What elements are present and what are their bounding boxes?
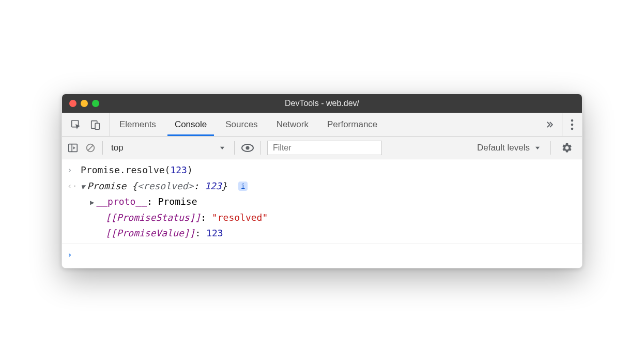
titlebar: DevTools - web.dev/ bbox=[62, 94, 582, 113]
filter-input[interactable] bbox=[267, 141, 382, 155]
svg-point-4 bbox=[571, 123, 574, 126]
console-output: › Promise.resolve(123) ‹· ▼Promise {<res… bbox=[62, 159, 582, 268]
svg-line-9 bbox=[88, 145, 93, 150]
main-toolbar: Elements Console Sources Network Perform… bbox=[62, 113, 582, 137]
console-prompt-row[interactable]: › bbox=[62, 244, 582, 262]
chevron-down-icon bbox=[534, 144, 541, 152]
devtools-window: DevTools - web.dev/ Elements Console Sou… bbox=[62, 94, 582, 268]
tab-network[interactable]: Network bbox=[267, 113, 318, 136]
svg-rect-2 bbox=[95, 123, 99, 129]
execution-context-select[interactable]: top bbox=[109, 142, 228, 154]
output-marker-icon: ‹· bbox=[67, 178, 81, 193]
svg-rect-6 bbox=[69, 144, 78, 152]
live-expression-icon[interactable] bbox=[241, 142, 254, 154]
clear-console-icon[interactable] bbox=[85, 142, 96, 154]
chevron-down-icon bbox=[219, 144, 226, 152]
promise-status-row: [[PromiseStatus]]: "resolved" bbox=[81, 210, 577, 226]
tab-elements[interactable]: Elements bbox=[110, 113, 165, 136]
toggle-sidebar-icon[interactable] bbox=[67, 142, 79, 154]
expand-arrow-down-icon[interactable]: ▼ bbox=[81, 183, 85, 191]
prompt-marker-icon: › bbox=[67, 247, 81, 262]
console-input-row[interactable]: › Promise.resolve(123) bbox=[62, 162, 582, 178]
tab-console[interactable]: Console bbox=[165, 113, 216, 136]
separator bbox=[102, 141, 103, 155]
log-levels-label: Default levels bbox=[477, 143, 530, 153]
svg-point-3 bbox=[571, 119, 574, 122]
separator bbox=[550, 141, 551, 155]
minimize-window-button[interactable] bbox=[81, 100, 88, 107]
separator bbox=[260, 141, 261, 155]
proto-row[interactable]: ▶__proto__: Promise bbox=[81, 194, 577, 210]
inspect-element-icon[interactable] bbox=[70, 119, 82, 130]
svg-point-5 bbox=[571, 127, 574, 130]
console-result: ▼Promise {<resolved>: 123} i ▶__proto__:… bbox=[81, 178, 577, 242]
panel-tabs: Elements Console Sources Network Perform… bbox=[110, 113, 537, 136]
execution-context-label: top bbox=[111, 143, 124, 153]
close-window-button[interactable] bbox=[69, 100, 76, 107]
more-tabs-button[interactable] bbox=[537, 113, 562, 136]
kebab-menu-icon[interactable] bbox=[562, 113, 582, 136]
log-levels-select[interactable]: Default levels bbox=[474, 143, 544, 153]
input-marker-icon: › bbox=[67, 162, 81, 177]
console-toolbar: top Default levels bbox=[62, 137, 582, 159]
window-controls bbox=[62, 100, 99, 107]
promise-value-row: [[PromiseValue]]: 123 bbox=[81, 225, 577, 242]
separator bbox=[234, 141, 235, 155]
window-title: DevTools - web.dev/ bbox=[62, 99, 582, 108]
device-toolbar-icon[interactable] bbox=[90, 119, 101, 130]
toolbar-icons bbox=[62, 113, 110, 136]
tab-performance[interactable]: Performance bbox=[318, 113, 387, 136]
console-input-text: Promise.resolve(123) bbox=[81, 162, 577, 178]
maximize-window-button[interactable] bbox=[92, 100, 99, 107]
info-icon[interactable]: i bbox=[238, 182, 248, 191]
settings-icon[interactable] bbox=[557, 142, 577, 154]
svg-point-11 bbox=[246, 146, 250, 149]
tab-sources[interactable]: Sources bbox=[216, 113, 267, 136]
console-result-row[interactable]: ‹· ▼Promise {<resolved>: 123} i ▶__proto… bbox=[62, 178, 582, 242]
expand-arrow-right-icon[interactable]: ▶ bbox=[90, 198, 94, 206]
